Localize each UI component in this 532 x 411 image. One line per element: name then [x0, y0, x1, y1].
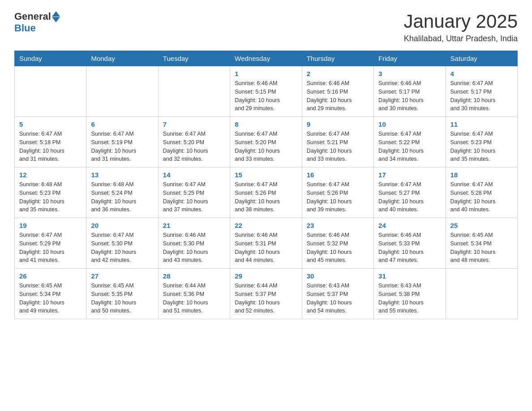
calendar-cell: 25Sunrise: 6:45 AM Sunset: 5:34 PM Dayli… [446, 218, 517, 269]
calendar-cell [86, 66, 158, 117]
day-number: 11 [450, 120, 513, 128]
day-info: Sunrise: 6:45 AM Sunset: 5:34 PM Dayligh… [19, 282, 82, 315]
day-number: 7 [163, 120, 225, 128]
day-number: 4 [450, 70, 513, 77]
calendar-cell: 31Sunrise: 6:43 AM Sunset: 5:38 PM Dayli… [374, 269, 446, 319]
column-header-monday: Monday [86, 51, 158, 66]
calendar-cell: 20Sunrise: 6:47 AM Sunset: 5:30 PM Dayli… [86, 218, 158, 269]
day-info: Sunrise: 6:47 AM Sunset: 5:22 PM Dayligh… [378, 130, 441, 163]
day-number: 29 [235, 272, 297, 280]
week-row-4: 19Sunrise: 6:47 AM Sunset: 5:29 PM Dayli… [15, 218, 518, 269]
day-info: Sunrise: 6:47 AM Sunset: 5:18 PM Dayligh… [19, 130, 82, 163]
calendar-cell: 11Sunrise: 6:47 AM Sunset: 5:23 PM Dayli… [446, 117, 517, 167]
day-number: 31 [378, 272, 441, 280]
day-number: 27 [91, 272, 153, 280]
day-number: 28 [163, 272, 225, 280]
day-info: Sunrise: 6:47 AM Sunset: 5:27 PM Dayligh… [378, 180, 441, 214]
calendar-cell: 21Sunrise: 6:46 AM Sunset: 5:30 PM Dayli… [158, 218, 230, 269]
column-header-thursday: Thursday [302, 51, 373, 66]
day-info: Sunrise: 6:47 AM Sunset: 5:25 PM Dayligh… [163, 180, 225, 214]
column-header-saturday: Saturday [446, 51, 517, 66]
calendar-cell: 15Sunrise: 6:47 AM Sunset: 5:26 PM Dayli… [230, 167, 302, 218]
day-number: 21 [163, 222, 225, 229]
day-number: 15 [235, 171, 297, 179]
calendar-cell: 4Sunrise: 6:47 AM Sunset: 5:17 PM Daylig… [446, 66, 517, 117]
day-number: 3 [378, 70, 441, 77]
day-info: Sunrise: 6:45 AM Sunset: 5:34 PM Dayligh… [450, 231, 513, 265]
calendar-cell: 28Sunrise: 6:44 AM Sunset: 5:36 PM Dayli… [158, 269, 230, 319]
day-info: Sunrise: 6:47 AM Sunset: 5:26 PM Dayligh… [307, 180, 369, 214]
day-info: Sunrise: 6:46 AM Sunset: 5:16 PM Dayligh… [307, 79, 369, 113]
day-number: 5 [19, 120, 82, 128]
day-number: 16 [307, 171, 369, 179]
day-number: 22 [235, 222, 297, 229]
week-row-5: 26Sunrise: 6:45 AM Sunset: 5:34 PM Dayli… [15, 269, 518, 319]
logo: General Blue [14, 11, 60, 34]
page-header: General Blue January 2025 Khalilabad, Ut… [14, 11, 518, 43]
day-info: Sunrise: 6:46 AM Sunset: 5:31 PM Dayligh… [235, 231, 297, 265]
logo-general-text: General [14, 11, 51, 22]
day-number: 17 [378, 171, 441, 179]
day-number: 20 [91, 222, 153, 229]
day-info: Sunrise: 6:47 AM Sunset: 5:19 PM Dayligh… [91, 130, 153, 163]
title-area: January 2025 Khalilabad, Uttar Pradesh, … [403, 11, 518, 43]
day-info: Sunrise: 6:47 AM Sunset: 5:28 PM Dayligh… [450, 180, 513, 214]
calendar-cell: 26Sunrise: 6:45 AM Sunset: 5:34 PM Dayli… [15, 269, 86, 319]
calendar-cell: 23Sunrise: 6:46 AM Sunset: 5:32 PM Dayli… [302, 218, 373, 269]
day-info: Sunrise: 6:44 AM Sunset: 5:36 PM Dayligh… [163, 282, 225, 315]
week-row-3: 12Sunrise: 6:48 AM Sunset: 5:23 PM Dayli… [15, 167, 518, 218]
day-info: Sunrise: 6:47 AM Sunset: 5:29 PM Dayligh… [19, 231, 82, 265]
calendar-cell: 18Sunrise: 6:47 AM Sunset: 5:28 PM Dayli… [446, 167, 517, 218]
day-info: Sunrise: 6:48 AM Sunset: 5:24 PM Dayligh… [91, 180, 153, 214]
day-number: 24 [378, 222, 441, 229]
day-info: Sunrise: 6:47 AM Sunset: 5:30 PM Dayligh… [91, 231, 153, 265]
day-info: Sunrise: 6:47 AM Sunset: 5:17 PM Dayligh… [450, 79, 513, 113]
calendar-cell: 29Sunrise: 6:44 AM Sunset: 5:37 PM Dayli… [230, 269, 302, 319]
column-header-tuesday: Tuesday [158, 51, 230, 66]
day-info: Sunrise: 6:47 AM Sunset: 5:21 PM Dayligh… [307, 130, 369, 163]
day-number: 25 [450, 222, 513, 229]
column-header-friday: Friday [374, 51, 446, 66]
day-info: Sunrise: 6:48 AM Sunset: 5:23 PM Dayligh… [19, 180, 82, 214]
calendar-cell: 24Sunrise: 6:46 AM Sunset: 5:33 PM Dayli… [374, 218, 446, 269]
week-row-2: 5Sunrise: 6:47 AM Sunset: 5:18 PM Daylig… [15, 117, 518, 167]
day-number: 14 [163, 171, 225, 179]
calendar-cell: 12Sunrise: 6:48 AM Sunset: 5:23 PM Dayli… [15, 167, 86, 218]
day-info: Sunrise: 6:47 AM Sunset: 5:26 PM Dayligh… [235, 180, 297, 214]
column-header-sunday: Sunday [15, 51, 86, 66]
day-info: Sunrise: 6:46 AM Sunset: 5:33 PM Dayligh… [378, 231, 441, 265]
day-info: Sunrise: 6:46 AM Sunset: 5:32 PM Dayligh… [307, 231, 369, 265]
day-number: 9 [307, 120, 369, 128]
day-info: Sunrise: 6:47 AM Sunset: 5:20 PM Dayligh… [163, 130, 225, 163]
day-info: Sunrise: 6:46 AM Sunset: 5:15 PM Dayligh… [235, 79, 297, 113]
calendar-cell: 14Sunrise: 6:47 AM Sunset: 5:25 PM Dayli… [158, 167, 230, 218]
calendar-cell: 3Sunrise: 6:46 AM Sunset: 5:17 PM Daylig… [374, 66, 446, 117]
day-number: 19 [19, 222, 82, 229]
day-info: Sunrise: 6:43 AM Sunset: 5:37 PM Dayligh… [307, 282, 369, 315]
day-info: Sunrise: 6:45 AM Sunset: 5:35 PM Dayligh… [91, 282, 153, 315]
calendar-cell: 22Sunrise: 6:46 AM Sunset: 5:31 PM Dayli… [230, 218, 302, 269]
calendar-cell: 2Sunrise: 6:46 AM Sunset: 5:16 PM Daylig… [302, 66, 373, 117]
day-info: Sunrise: 6:47 AM Sunset: 5:23 PM Dayligh… [450, 130, 513, 163]
calendar-cell: 17Sunrise: 6:47 AM Sunset: 5:27 PM Dayli… [374, 167, 446, 218]
calendar-cell [15, 66, 86, 117]
day-number: 13 [91, 171, 153, 179]
calendar-cell: 13Sunrise: 6:48 AM Sunset: 5:24 PM Dayli… [86, 167, 158, 218]
day-info: Sunrise: 6:46 AM Sunset: 5:30 PM Dayligh… [163, 231, 225, 265]
calendar-cell: 5Sunrise: 6:47 AM Sunset: 5:18 PM Daylig… [15, 117, 86, 167]
calendar-cell: 16Sunrise: 6:47 AM Sunset: 5:26 PM Dayli… [302, 167, 373, 218]
month-title: January 2025 [403, 11, 518, 32]
day-number: 26 [19, 272, 82, 280]
location-title: Khalilabad, Uttar Pradesh, India [403, 34, 518, 43]
calendar-cell: 1Sunrise: 6:46 AM Sunset: 5:15 PM Daylig… [230, 66, 302, 117]
day-number: 2 [307, 70, 369, 77]
calendar-header-row: SundayMondayTuesdayWednesdayThursdayFrid… [15, 51, 518, 66]
logo-blue-text: Blue [14, 22, 36, 34]
calendar-cell: 7Sunrise: 6:47 AM Sunset: 5:20 PM Daylig… [158, 117, 230, 167]
day-number: 6 [91, 120, 153, 128]
calendar-cell: 19Sunrise: 6:47 AM Sunset: 5:29 PM Dayli… [15, 218, 86, 269]
day-info: Sunrise: 6:46 AM Sunset: 5:17 PM Dayligh… [378, 79, 441, 113]
day-number: 18 [450, 171, 513, 179]
column-header-wednesday: Wednesday [230, 51, 302, 66]
calendar-cell: 30Sunrise: 6:43 AM Sunset: 5:37 PM Dayli… [302, 269, 373, 319]
